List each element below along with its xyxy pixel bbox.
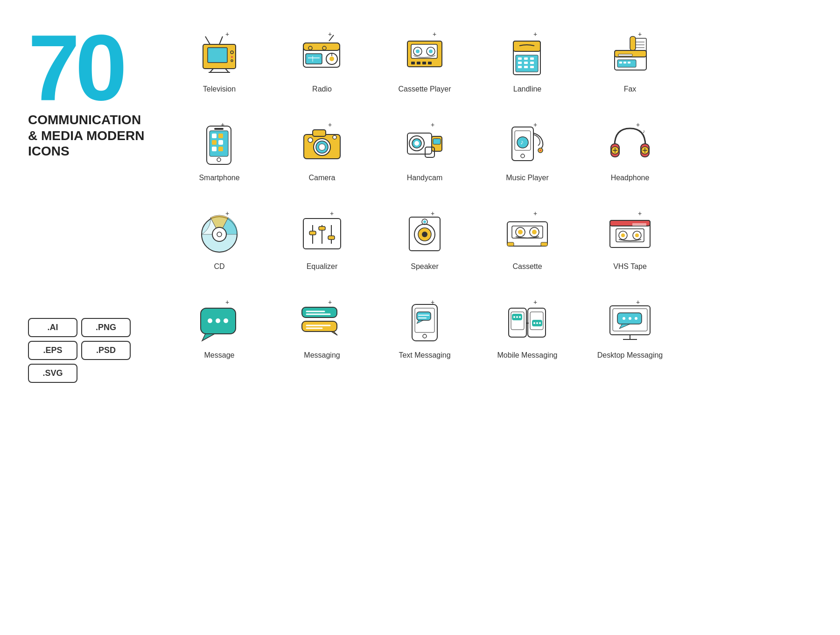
- desktop-messaging-icon: +: [604, 294, 656, 346]
- svg-text:+: +: [225, 30, 229, 38]
- svg-text:+: +: [638, 30, 642, 38]
- text-messaging-label: Text Messaging: [399, 351, 450, 360]
- svg-text:♪: ♪: [643, 128, 645, 134]
- icon-item-radio: +: [271, 19, 373, 103]
- format-psd: .PSD: [81, 341, 131, 360]
- icon-item-music-player: + ♪ Music Player: [476, 107, 579, 191]
- svg-line-4: [219, 36, 223, 44]
- icon-item-headphone: + ♪ Headphone: [579, 107, 681, 191]
- icon-item-message: + Message: [168, 285, 271, 369]
- svg-point-19: [329, 56, 334, 61]
- svg-text:+: +: [328, 30, 332, 38]
- svg-point-27: [416, 49, 420, 53]
- icon-item-cd: + CD: [168, 196, 271, 280]
- svg-point-181: [623, 317, 625, 320]
- television-label: Television: [203, 85, 236, 93]
- svg-rect-66: [218, 140, 223, 145]
- svg-rect-44: [518, 66, 522, 68]
- svg-point-140: [621, 233, 625, 237]
- svg-text:+: +: [636, 121, 640, 128]
- svg-rect-38: [518, 57, 522, 60]
- landline-label: Landline: [513, 85, 542, 93]
- svg-point-110: [217, 232, 222, 237]
- svg-point-182: [629, 317, 631, 320]
- svg-text:+: +: [638, 210, 642, 217]
- svg-rect-118: [328, 236, 335, 240]
- cassette-label: Cassette: [512, 262, 542, 271]
- svg-point-6: [231, 56, 233, 58]
- landline-icon: +: [502, 28, 553, 79]
- fax-label: Fax: [624, 85, 637, 93]
- svg-point-29: [429, 49, 433, 53]
- svg-point-76: [319, 144, 325, 150]
- messaging-label: Messaging: [304, 351, 340, 360]
- icon-row-1: + Telev: [168, 19, 812, 103]
- icon-item-equalizer: + Equalizer: [271, 196, 373, 280]
- svg-rect-116: [309, 231, 316, 235]
- svg-rect-57: [623, 62, 626, 64]
- format-eps: .EPS: [28, 341, 77, 360]
- svg-rect-42: [524, 62, 528, 64]
- cassette-icon: +: [502, 205, 553, 257]
- svg-line-9: [225, 69, 229, 72]
- svg-text:+: +: [225, 210, 229, 217]
- svg-point-183: [635, 317, 637, 320]
- vhs-tape-label: VHS Tape: [613, 262, 647, 271]
- svg-rect-70: [214, 128, 224, 130]
- svg-point-123: [422, 232, 427, 237]
- svg-rect-36: [513, 41, 540, 51]
- radio-icon: +: [296, 28, 348, 79]
- mobile-messaging-icon: +: [502, 294, 553, 346]
- svg-point-130: [518, 230, 523, 234]
- big-number: 70: [28, 28, 149, 107]
- svg-rect-153: [302, 321, 337, 332]
- svg-rect-15: [306, 54, 322, 64]
- icon-item-camera: + Camera: [271, 107, 373, 191]
- svg-point-169: [519, 316, 521, 318]
- equalizer-label: Equalizer: [307, 262, 338, 271]
- icon-row-3: + CD +: [168, 196, 812, 280]
- svg-rect-58: [628, 62, 630, 64]
- svg-rect-134: [541, 242, 547, 246]
- television-icon: +: [194, 28, 245, 79]
- svg-rect-43: [530, 62, 534, 64]
- icon-item-landline: +: [476, 19, 579, 103]
- icon-item-desktop-messaging: + Desktop Messaging: [579, 285, 681, 369]
- equalizer-icon: +: [296, 205, 348, 257]
- svg-point-132: [532, 230, 537, 234]
- svg-text:+: +: [330, 210, 334, 217]
- icon-item-mobile-messaging: +: [476, 285, 579, 369]
- headphone-label: Headphone: [611, 174, 650, 182]
- svg-point-83: [414, 141, 419, 146]
- messaging-icon: +: [296, 294, 348, 346]
- svg-rect-67: [212, 147, 217, 151]
- svg-text:+: +: [636, 298, 640, 306]
- handycam-icon: +: [399, 117, 450, 168]
- svg-rect-52: [630, 36, 636, 50]
- svg-text:+: +: [433, 30, 436, 38]
- svg-rect-2: [208, 48, 227, 63]
- left-panel: 70 COMMUNICATION & MEDIA MODERN ICONS .A…: [28, 19, 149, 383]
- icon-row-2: + Smartphone: [168, 107, 812, 191]
- svg-point-173: [533, 322, 535, 324]
- svg-point-146: [208, 318, 212, 323]
- svg-rect-64: [218, 134, 223, 138]
- smartphone-icon: +: [194, 117, 245, 168]
- format-png: .PNG: [81, 318, 131, 337]
- svg-text:+: +: [533, 210, 537, 217]
- svg-rect-39: [524, 57, 528, 60]
- svg-rect-46: [530, 66, 534, 68]
- camera-label: Camera: [309, 174, 336, 182]
- svg-rect-30: [411, 62, 415, 64]
- svg-text:+: +: [533, 30, 537, 38]
- svg-rect-40: [530, 57, 534, 60]
- svg-text:+: +: [221, 121, 224, 128]
- svg-text:+: +: [533, 298, 537, 306]
- icon-item-fax: +: [579, 19, 681, 103]
- camera-icon: +: [296, 117, 348, 168]
- svg-rect-41: [518, 62, 522, 64]
- svg-rect-31: [417, 62, 420, 64]
- svg-rect-143: [632, 223, 646, 226]
- svg-point-148: [224, 318, 228, 323]
- vhs-tape-icon: +: [604, 205, 656, 257]
